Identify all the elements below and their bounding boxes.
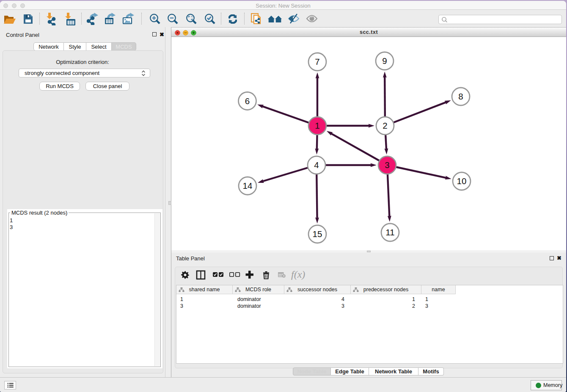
svg-text:3: 3 [385,160,389,170]
svg-text:4: 4 [314,160,319,170]
svg-text:15: 15 [313,229,322,239]
svg-text:2: 2 [383,121,387,130]
svg-text:10: 10 [457,176,467,186]
svg-text:1: 1 [315,121,319,130]
svg-text:14: 14 [243,181,253,190]
svg-text:9: 9 [382,56,387,66]
svg-text:7: 7 [315,57,319,66]
svg-text:8: 8 [458,91,463,101]
svg-text:11: 11 [385,227,394,237]
svg-text:6: 6 [245,96,250,106]
